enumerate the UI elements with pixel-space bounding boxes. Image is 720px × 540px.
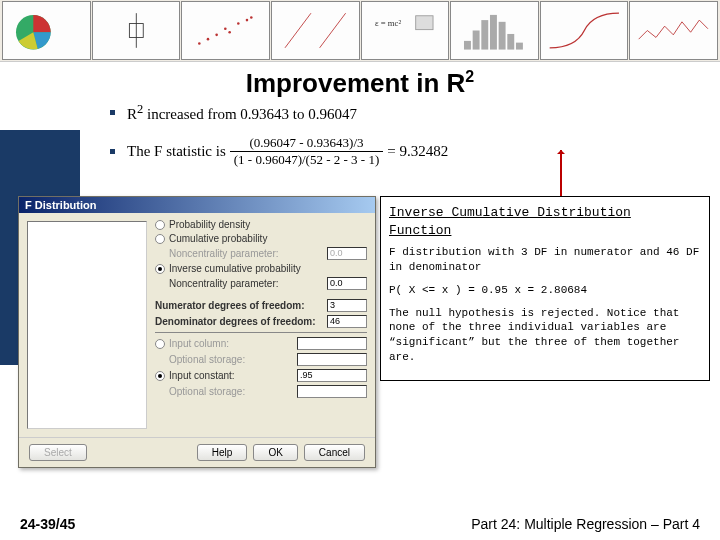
svg-rect-16 [473, 31, 480, 50]
footer: 24-39/45 Part 24: Multiple Regression – … [0, 516, 720, 532]
thumb-scatter [181, 1, 270, 60]
svg-rect-17 [481, 20, 488, 49]
thumb-ts [629, 1, 718, 60]
thumb-pie [2, 1, 91, 60]
storage-2[interactable] [297, 385, 367, 398]
svg-point-5 [216, 34, 219, 37]
svg-rect-14 [415, 16, 432, 30]
dialog-title: F Distribution [19, 197, 375, 213]
num-df-input[interactable]: 3 [327, 299, 367, 312]
fstat-result: = 9.32482 [387, 142, 448, 162]
fraction: (0.96047 - 0.93643)/3 (1 - 0.96047)/(52 … [230, 135, 384, 170]
slide-title: Improvement in R2 [0, 62, 720, 101]
radio-input-col[interactable] [155, 339, 165, 349]
help-button[interactable]: Help [197, 444, 248, 461]
svg-point-7 [229, 31, 232, 34]
r2-text: R2 increased from 0.93643 to 0.96047 [127, 101, 357, 125]
svg-point-9 [246, 19, 249, 22]
ncp-input-2[interactable]: 0.0 [327, 277, 367, 290]
thumb-hist [450, 1, 539, 60]
svg-point-3 [198, 42, 201, 45]
storage-1[interactable] [297, 353, 367, 366]
svg-text:ε = mc²: ε = mc² [374, 18, 400, 28]
output-heading: Inverse Cumulative Distribution Function [389, 204, 701, 239]
thumb-formula: ε = mc² [361, 1, 450, 60]
output-result: P( X <= x ) = 0.95 x = 2.80684 [389, 283, 701, 298]
ncp-input-1[interactable]: 0.0 [327, 247, 367, 260]
svg-rect-20 [507, 34, 514, 50]
radio-pdf[interactable] [155, 220, 165, 230]
svg-line-11 [285, 13, 311, 48]
svg-rect-18 [490, 15, 497, 50]
radio-cdf[interactable] [155, 234, 165, 244]
callout-arrow [560, 150, 562, 200]
radio-inverse[interactable] [155, 264, 165, 274]
thumb-prob [271, 1, 360, 60]
dialog-listbox[interactable] [27, 221, 147, 429]
ok-button[interactable]: OK [253, 444, 297, 461]
svg-point-6 [224, 27, 227, 30]
thumb-box [92, 1, 181, 60]
math-block: R2 increased from 0.93643 to 0.96047 The… [110, 101, 720, 169]
svg-point-10 [250, 16, 253, 19]
output-conclusion: The null hypothesis is rejected. Notice … [389, 306, 701, 365]
thumb-ecdf [540, 1, 629, 60]
output-dist: F distribution with 3 DF in numerator an… [389, 245, 701, 275]
title-sup: 2 [465, 68, 474, 85]
fstat-label: The F statistic is [127, 142, 226, 162]
input-constant[interactable]: .95 [297, 369, 367, 382]
svg-line-12 [320, 13, 346, 48]
bullet-icon [110, 110, 115, 115]
cancel-button[interactable]: Cancel [304, 444, 365, 461]
den-df-input[interactable]: 46 [327, 315, 367, 328]
select-button[interactable]: Select [29, 444, 87, 461]
svg-rect-21 [516, 43, 523, 50]
thumbnail-strip: ε = mc² [0, 0, 720, 62]
svg-rect-15 [464, 41, 471, 50]
svg-point-4 [207, 38, 210, 41]
bullet-icon [110, 149, 115, 154]
output-panel: Inverse Cumulative Distribution Function… [380, 196, 710, 381]
slide-number: 24-39/45 [20, 516, 75, 532]
svg-rect-19 [499, 22, 506, 50]
f-distribution-dialog: F Distribution Probability density Cumul… [18, 196, 376, 468]
radio-input-const[interactable] [155, 371, 165, 381]
part-label: Part 24: Multiple Regression – Part 4 [471, 516, 700, 532]
input-column[interactable] [297, 337, 367, 350]
svg-point-8 [237, 22, 240, 25]
title-text: Improvement in R [246, 68, 466, 98]
